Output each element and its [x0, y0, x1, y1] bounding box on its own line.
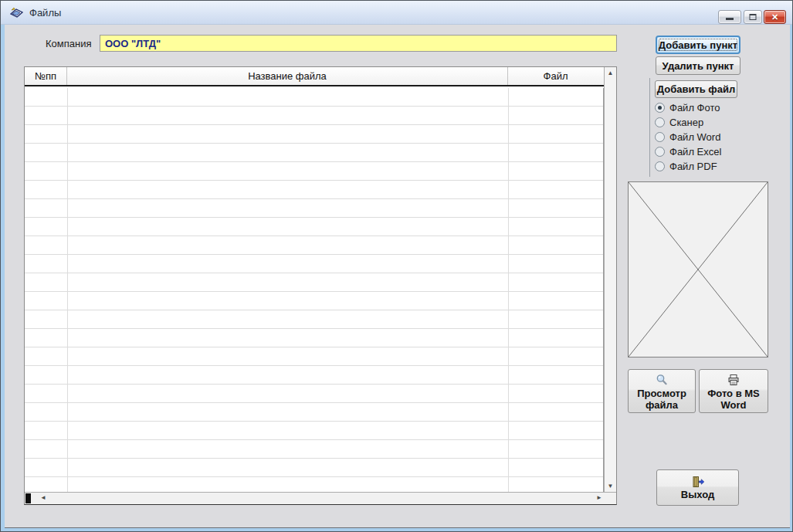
radio-icon — [655, 132, 665, 142]
radio-label: Файл Фото — [669, 102, 720, 114]
panel-divider — [649, 78, 650, 177]
focus-rect — [659, 39, 737, 51]
delete-item-button[interactable]: Удалить пункт — [656, 56, 740, 75]
files-table: №пп Название файла Файл ▲ ▼ ◄ ► — [24, 66, 617, 505]
radio-icon — [655, 117, 665, 127]
add-file-label: Добавить файл — [657, 83, 735, 95]
radio-file-excel[interactable]: Файл Excel — [655, 145, 721, 158]
vertical-scrollbar[interactable]: ▲ ▼ — [604, 67, 616, 492]
exit-door-icon — [691, 476, 705, 488]
maximize-button[interactable] — [744, 10, 762, 24]
close-icon: ✕ — [764, 11, 785, 23]
add-file-button[interactable]: Добавить файл — [655, 80, 737, 98]
window-title: Файлы — [29, 7, 61, 19]
magnifier-icon — [656, 374, 668, 386]
minimize-button[interactable] — [718, 10, 741, 24]
crossed-placeholder-icon — [629, 182, 768, 357]
exit-button[interactable]: Выход — [656, 469, 739, 506]
radio-label: Файл PDF — [669, 161, 717, 172]
scroll-up-icon[interactable]: ▲ — [605, 69, 616, 76]
add-item-button[interactable]: Добавить пункт — [656, 36, 740, 54]
radio-icon — [655, 147, 665, 157]
column-divider — [508, 88, 509, 492]
column-header-file[interactable]: Файл — [508, 67, 603, 85]
photo-to-word-button[interactable]: Фото в MS Word — [699, 369, 768, 413]
table-body[interactable] — [25, 88, 604, 492]
scroll-right-icon[interactable]: ► — [596, 494, 602, 501]
image-preview-placeholder — [628, 181, 768, 357]
scroll-down-icon[interactable]: ▼ — [605, 483, 616, 490]
radio-icon — [655, 161, 665, 171]
window: Файлы ✕ Компания №пп Название файла Файл… — [0, 0, 793, 532]
table-header: №пп Название файла Файл — [25, 67, 604, 86]
column-header-filename[interactable]: Название файла — [67, 67, 508, 85]
minimize-icon — [726, 18, 734, 20]
radio-scanner[interactable]: Сканер — [655, 116, 703, 129]
exit-label: Выход — [681, 489, 714, 500]
photo-to-word-label: Фото в MS Word — [700, 388, 768, 411]
scroll-left-icon[interactable]: ◄ — [40, 494, 46, 501]
horizontal-scrollbar[interactable]: ◄ ► — [25, 492, 616, 504]
radio-icon — [655, 103, 665, 113]
form-icon[interactable] — [10, 6, 23, 19]
close-button[interactable]: ✕ — [764, 10, 786, 24]
column-header-num[interactable]: №пп — [25, 67, 67, 85]
radio-label: Сканер — [669, 117, 703, 128]
view-file-label: Просмотр файла — [629, 388, 695, 411]
view-file-button[interactable]: Просмотр файла — [628, 369, 696, 413]
radio-label: Файл Word — [669, 131, 720, 143]
horizontal-scroll-thumb[interactable] — [25, 493, 31, 503]
company-label: Компания — [46, 38, 92, 49]
company-input[interactable] — [100, 35, 617, 52]
radio-label: Файл Excel — [669, 146, 721, 158]
column-divider — [67, 88, 68, 492]
radio-file-pdf[interactable]: Файл PDF — [655, 160, 717, 173]
radio-file-photo[interactable]: Файл Фото — [655, 101, 720, 114]
radio-file-word[interactable]: Файл Word — [655, 130, 720, 144]
printer-icon — [727, 374, 740, 386]
delete-item-label: Удалить пункт — [663, 60, 734, 72]
maximize-icon — [750, 14, 757, 20]
titlebar[interactable]: Файлы ✕ — [1, 1, 792, 25]
